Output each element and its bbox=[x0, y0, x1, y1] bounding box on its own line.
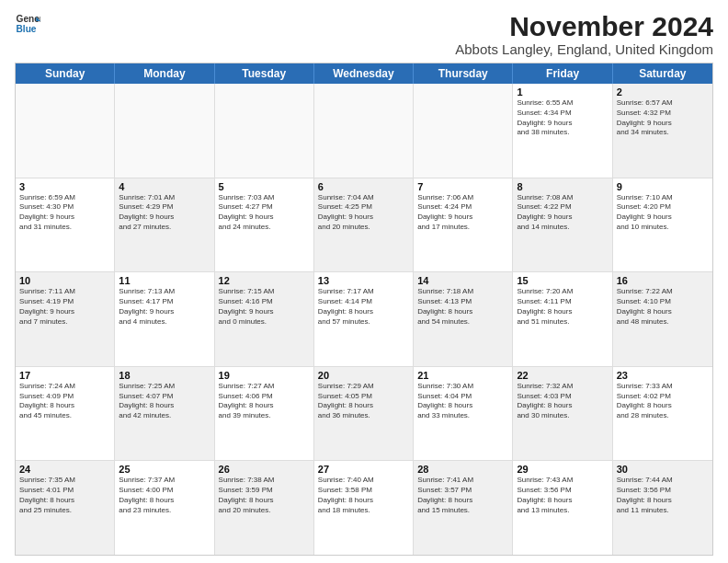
cal-cell: 16Sunrise: 7:22 AM Sunset: 4:10 PM Dayli… bbox=[613, 272, 712, 366]
day-number: 25 bbox=[119, 464, 210, 475]
cell-info: Sunrise: 7:35 AM Sunset: 4:01 PM Dayligh… bbox=[19, 476, 110, 515]
day-number: 6 bbox=[318, 181, 409, 192]
cal-cell: 7Sunrise: 7:06 AM Sunset: 4:24 PM Daylig… bbox=[414, 178, 513, 272]
calendar: SundayMondayTuesdayWednesdayThursdayFrid… bbox=[15, 63, 713, 556]
day-number: 26 bbox=[219, 464, 310, 475]
week-row-2: 3Sunrise: 6:59 AM Sunset: 4:30 PM Daylig… bbox=[16, 178, 712, 272]
day-number: 20 bbox=[318, 370, 409, 381]
day-number: 3 bbox=[19, 181, 110, 192]
day-number: 11 bbox=[119, 275, 210, 286]
logo: General Blue bbox=[15, 11, 40, 37]
cell-info: Sunrise: 7:03 AM Sunset: 4:27 PM Dayligh… bbox=[219, 193, 310, 233]
cal-cell: 27Sunrise: 7:40 AM Sunset: 3:58 PM Dayli… bbox=[314, 461, 414, 555]
cal-cell: 10Sunrise: 7:11 AM Sunset: 4:19 PM Dayli… bbox=[16, 272, 115, 366]
week-row-4: 17Sunrise: 7:24 AM Sunset: 4:09 PM Dayli… bbox=[16, 366, 712, 461]
day-number: 19 bbox=[219, 370, 310, 381]
day-number: 30 bbox=[617, 464, 709, 475]
cell-info: Sunrise: 7:11 AM Sunset: 4:19 PM Dayligh… bbox=[19, 287, 110, 327]
cal-cell: 4Sunrise: 7:01 AM Sunset: 4:29 PM Daylig… bbox=[115, 178, 214, 272]
cell-info: Sunrise: 7:20 AM Sunset: 4:11 PM Dayligh… bbox=[517, 287, 608, 327]
day-number: 18 bbox=[119, 370, 210, 381]
cal-cell: 11Sunrise: 7:13 AM Sunset: 4:17 PM Dayli… bbox=[115, 272, 214, 366]
day-number: 24 bbox=[19, 464, 110, 475]
page: General Blue November 2024 Abbots Langle… bbox=[0, 0, 728, 563]
day-number: 10 bbox=[19, 275, 110, 286]
cal-cell: 20Sunrise: 7:29 AM Sunset: 4:05 PM Dayli… bbox=[314, 367, 414, 461]
col-header-sunday: Sunday bbox=[16, 63, 115, 84]
cell-info: Sunrise: 7:38 AM Sunset: 3:59 PM Dayligh… bbox=[219, 476, 310, 515]
week-row-5: 24Sunrise: 7:35 AM Sunset: 4:01 PM Dayli… bbox=[16, 460, 712, 555]
cell-info: Sunrise: 7:30 AM Sunset: 4:04 PM Dayligh… bbox=[417, 382, 508, 421]
cal-cell bbox=[115, 84, 214, 178]
cal-cell: 22Sunrise: 7:32 AM Sunset: 4:03 PM Dayli… bbox=[513, 367, 612, 461]
logo-icon: General Blue bbox=[15, 11, 40, 37]
week-row-1: 1Sunrise: 6:55 AM Sunset: 4:34 PM Daylig… bbox=[16, 84, 712, 178]
col-header-wednesday: Wednesday bbox=[314, 63, 414, 84]
day-number: 21 bbox=[417, 370, 508, 381]
cell-info: Sunrise: 7:22 AM Sunset: 4:10 PM Dayligh… bbox=[617, 287, 709, 327]
cell-info: Sunrise: 7:29 AM Sunset: 4:05 PM Dayligh… bbox=[318, 382, 409, 421]
day-number: 12 bbox=[219, 275, 310, 286]
cal-cell bbox=[215, 84, 314, 178]
day-number: 29 bbox=[517, 464, 608, 475]
cell-info: Sunrise: 7:27 AM Sunset: 4:06 PM Dayligh… bbox=[219, 382, 310, 421]
cal-cell: 15Sunrise: 7:20 AM Sunset: 4:11 PM Dayli… bbox=[513, 272, 612, 366]
cell-info: Sunrise: 7:08 AM Sunset: 4:22 PM Dayligh… bbox=[517, 193, 608, 233]
cal-cell: 24Sunrise: 7:35 AM Sunset: 4:01 PM Dayli… bbox=[16, 461, 115, 555]
cell-info: Sunrise: 6:59 AM Sunset: 4:30 PM Dayligh… bbox=[19, 193, 110, 233]
calendar-header-row: SundayMondayTuesdayWednesdayThursdayFrid… bbox=[16, 63, 712, 84]
day-number: 22 bbox=[517, 370, 608, 381]
cell-info: Sunrise: 7:13 AM Sunset: 4:17 PM Dayligh… bbox=[119, 287, 210, 327]
cal-cell bbox=[314, 84, 414, 178]
cal-cell: 6Sunrise: 7:04 AM Sunset: 4:25 PM Daylig… bbox=[314, 178, 414, 272]
col-header-tuesday: Tuesday bbox=[215, 63, 314, 84]
main-title: November 2024 bbox=[455, 11, 713, 41]
cell-info: Sunrise: 7:24 AM Sunset: 4:09 PM Dayligh… bbox=[19, 382, 110, 421]
cal-cell: 29Sunrise: 7:43 AM Sunset: 3:56 PM Dayli… bbox=[513, 461, 612, 555]
cal-cell: 21Sunrise: 7:30 AM Sunset: 4:04 PM Dayli… bbox=[414, 367, 513, 461]
cell-info: Sunrise: 7:37 AM Sunset: 4:00 PM Dayligh… bbox=[119, 476, 210, 515]
cal-cell: 28Sunrise: 7:41 AM Sunset: 3:57 PM Dayli… bbox=[414, 461, 513, 555]
svg-text:Blue: Blue bbox=[17, 24, 37, 34]
cell-info: Sunrise: 7:25 AM Sunset: 4:07 PM Dayligh… bbox=[119, 382, 210, 421]
cal-cell: 12Sunrise: 7:15 AM Sunset: 4:16 PM Dayli… bbox=[215, 272, 314, 366]
cell-info: Sunrise: 7:15 AM Sunset: 4:16 PM Dayligh… bbox=[219, 287, 310, 327]
cal-cell: 14Sunrise: 7:18 AM Sunset: 4:13 PM Dayli… bbox=[414, 272, 513, 366]
day-number: 9 bbox=[617, 181, 709, 192]
cell-info: Sunrise: 7:18 AM Sunset: 4:13 PM Dayligh… bbox=[417, 287, 508, 327]
day-number: 15 bbox=[517, 275, 608, 286]
calendar-body: 1Sunrise: 6:55 AM Sunset: 4:34 PM Daylig… bbox=[16, 84, 712, 555]
cell-info: Sunrise: 7:01 AM Sunset: 4:29 PM Dayligh… bbox=[119, 193, 210, 233]
day-number: 14 bbox=[417, 275, 508, 286]
cell-info: Sunrise: 7:10 AM Sunset: 4:20 PM Dayligh… bbox=[617, 193, 709, 233]
day-number: 7 bbox=[417, 181, 508, 192]
day-number: 1 bbox=[517, 86, 608, 98]
cal-cell bbox=[414, 84, 513, 178]
cell-info: Sunrise: 7:06 AM Sunset: 4:24 PM Dayligh… bbox=[417, 193, 508, 233]
cell-info: Sunrise: 7:43 AM Sunset: 3:56 PM Dayligh… bbox=[517, 476, 608, 515]
cell-info: Sunrise: 7:32 AM Sunset: 4:03 PM Dayligh… bbox=[517, 382, 608, 421]
day-number: 23 bbox=[617, 370, 709, 381]
day-number: 4 bbox=[119, 181, 210, 192]
cal-cell: 3Sunrise: 6:59 AM Sunset: 4:30 PM Daylig… bbox=[16, 178, 115, 272]
day-number: 13 bbox=[318, 275, 409, 286]
day-number: 8 bbox=[517, 181, 608, 192]
col-header-thursday: Thursday bbox=[414, 63, 513, 84]
cell-info: Sunrise: 7:44 AM Sunset: 3:56 PM Dayligh… bbox=[617, 476, 709, 515]
cell-info: Sunrise: 7:41 AM Sunset: 3:57 PM Dayligh… bbox=[417, 476, 508, 515]
cal-cell: 18Sunrise: 7:25 AM Sunset: 4:07 PM Dayli… bbox=[115, 367, 214, 461]
cal-cell: 9Sunrise: 7:10 AM Sunset: 4:20 PM Daylig… bbox=[613, 178, 712, 272]
cell-info: Sunrise: 7:04 AM Sunset: 4:25 PM Dayligh… bbox=[318, 193, 409, 233]
cell-info: Sunrise: 7:33 AM Sunset: 4:02 PM Dayligh… bbox=[617, 382, 709, 421]
cal-cell: 30Sunrise: 7:44 AM Sunset: 3:56 PM Dayli… bbox=[613, 461, 712, 555]
day-number: 16 bbox=[617, 275, 709, 286]
cal-cell: 19Sunrise: 7:27 AM Sunset: 4:06 PM Dayli… bbox=[215, 367, 314, 461]
cal-cell: 2Sunrise: 6:57 AM Sunset: 4:32 PM Daylig… bbox=[613, 84, 712, 178]
week-row-3: 10Sunrise: 7:11 AM Sunset: 4:19 PM Dayli… bbox=[16, 271, 712, 366]
cal-cell: 8Sunrise: 7:08 AM Sunset: 4:22 PM Daylig… bbox=[513, 178, 612, 272]
cell-info: Sunrise: 6:55 AM Sunset: 4:34 PM Dayligh… bbox=[517, 98, 608, 138]
cal-cell bbox=[16, 84, 115, 178]
cell-info: Sunrise: 6:57 AM Sunset: 4:32 PM Dayligh… bbox=[617, 98, 709, 138]
title-block: November 2024 Abbots Langley, England, U… bbox=[455, 11, 713, 57]
cal-cell: 5Sunrise: 7:03 AM Sunset: 4:27 PM Daylig… bbox=[215, 178, 314, 272]
